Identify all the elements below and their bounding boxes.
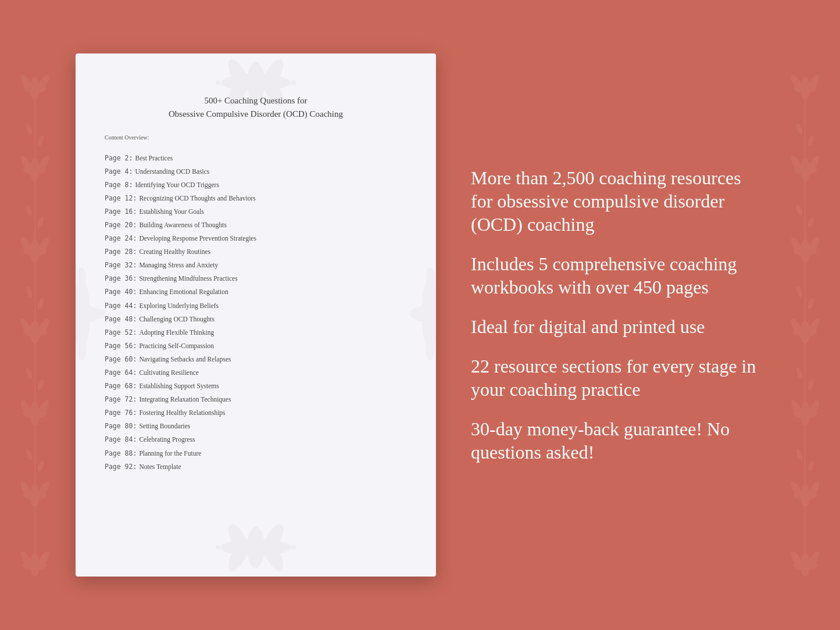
feature-text-2: Includes 5 comprehensive coaching workbo…	[471, 252, 764, 299]
toc-item: Page 92:Notes Template	[105, 460, 407, 473]
toc-item: Page 60:Navigating Setbacks and Relapses	[105, 352, 407, 366]
toc-item: Page 64:Cultivating Resilience	[105, 366, 407, 380]
toc-item: Page 80:Setting Boundaries	[105, 420, 407, 433]
doc-watermark-top	[169, 59, 343, 106]
toc-item: Page 24:Developing Response Prevention S…	[105, 232, 407, 245]
svg-point-115	[76, 308, 87, 320]
toc-item: Page 48:Challenging OCD Thoughts	[105, 312, 407, 325]
toc-item: Page 76:Fostering Healthy Relationships	[105, 406, 407, 420]
svg-point-123	[426, 267, 435, 291]
toc-item: Page 56:Practicing Self-Compassion	[105, 339, 407, 352]
svg-point-131	[250, 542, 262, 553]
main-content: 500+ Coaching Questions for Obsessive Co…	[0, 0, 840, 630]
toc-item: Page 32:Managing Stress and Anxiety	[105, 259, 407, 272]
doc-watermark-left	[76, 227, 105, 403]
right-panel: More than 2,500 coaching resources for o…	[471, 166, 764, 464]
toc-item: Page 40:Enhancing Emotional Regulation	[105, 285, 407, 299]
toc-item: Page 28:Creating Healthy Routines	[105, 245, 407, 259]
svg-point-117	[77, 337, 86, 360]
toc-item: Page 72:Integrating Relaxation Technique…	[105, 393, 407, 406]
feature-text-4: 22 resource sections for every stage in …	[471, 355, 764, 401]
svg-point-108	[250, 77, 262, 88]
feature-text-3: Ideal for digital and printed use	[471, 315, 764, 338]
svg-point-122	[424, 308, 436, 320]
svg-point-110	[291, 80, 296, 85]
svg-point-116	[77, 267, 86, 291]
content-overview-label: Content Overview:	[105, 134, 407, 141]
toc-item: Page 68:Establishing Support Systems	[105, 380, 407, 393]
doc-watermark-bottom	[169, 524, 343, 571]
toc-item: Page 2:Best Practices	[105, 151, 407, 164]
toc-item: Page 84:Celebrating Progress	[105, 433, 407, 446]
document-panel: 500+ Coaching Questions for Obsessive Co…	[76, 53, 436, 577]
svg-point-135	[253, 564, 258, 568]
toc-item: Page 8:Identifying Your OCD Triggers	[105, 178, 407, 191]
svg-point-124	[426, 337, 435, 360]
feature-text-1: More than 2,500 coaching resources for o…	[471, 166, 764, 236]
toc-item: Page 36:Strengthening Mindfulness Practi…	[105, 272, 407, 285]
toc-item: Page 4:Understanding OCD Basics	[105, 164, 407, 178]
toc-item: Page 16:Establishing Your Goals	[105, 205, 407, 218]
feature-text-5: 30-day money-back guarantee! No question…	[471, 417, 764, 464]
svg-point-112	[253, 99, 258, 103]
svg-point-132	[216, 545, 220, 550]
toc-item: Page 88:Planning for the Future	[105, 446, 407, 460]
toc-item: Page 20:Building Awareness of Thoughts	[105, 218, 407, 231]
toc-item: Page 12:Recognizing OCD Thoughts and Beh…	[105, 191, 407, 205]
svg-point-111	[253, 62, 258, 66]
table-of-contents: Page 2:Best PracticesPage 4:Understandin…	[105, 151, 407, 473]
svg-point-134	[253, 527, 258, 531]
svg-point-133	[291, 545, 296, 550]
doc-watermark-right	[407, 227, 436, 403]
toc-item: Page 52:Adopting Flexible Thinking	[105, 325, 407, 339]
svg-point-109	[216, 80, 220, 85]
toc-item: Page 44:Exploring Underlying Beliefs	[105, 299, 407, 312]
